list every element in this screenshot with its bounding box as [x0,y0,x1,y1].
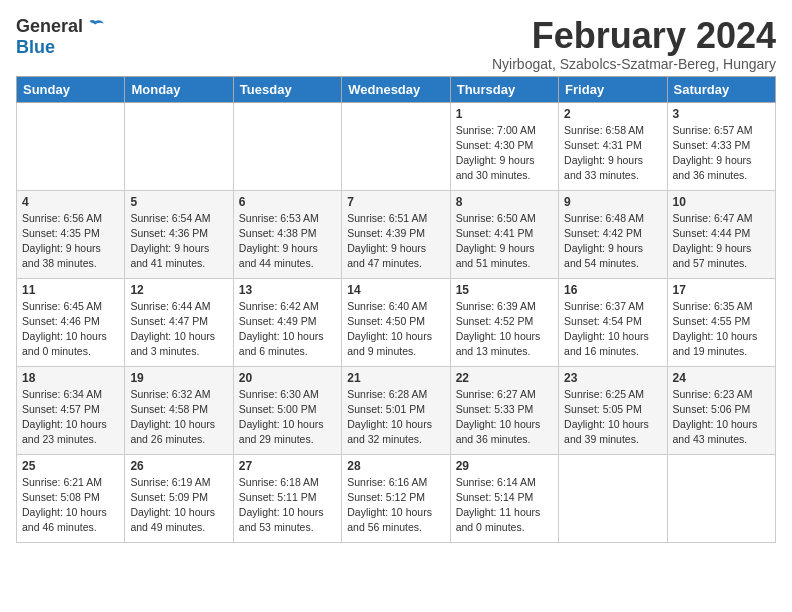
logo-bird-icon [87,17,107,37]
calendar-cell: 9Sunrise: 6:48 AMSunset: 4:42 PMDaylight… [559,190,667,278]
calendar-cell: 15Sunrise: 6:39 AMSunset: 4:52 PMDayligh… [450,278,558,366]
day-info: Sunrise: 6:40 AMSunset: 4:50 PMDaylight:… [347,299,444,360]
day-info: Sunrise: 6:28 AMSunset: 5:01 PMDaylight:… [347,387,444,448]
days-header-row: SundayMondayTuesdayWednesdayThursdayFrid… [17,76,776,102]
day-header-sunday: Sunday [17,76,125,102]
day-info: Sunrise: 6:14 AMSunset: 5:14 PMDaylight:… [456,475,553,536]
day-info: Sunrise: 6:35 AMSunset: 4:55 PMDaylight:… [673,299,770,360]
day-info: Sunrise: 6:39 AMSunset: 4:52 PMDaylight:… [456,299,553,360]
day-info: Sunrise: 6:34 AMSunset: 4:57 PMDaylight:… [22,387,119,448]
day-number: 9 [564,195,661,209]
calendar-cell: 19Sunrise: 6:32 AMSunset: 4:58 PMDayligh… [125,366,233,454]
calendar-cell: 2Sunrise: 6:58 AMSunset: 4:31 PMDaylight… [559,102,667,190]
calendar-cell: 10Sunrise: 6:47 AMSunset: 4:44 PMDayligh… [667,190,775,278]
calendar-cell: 25Sunrise: 6:21 AMSunset: 5:08 PMDayligh… [17,454,125,542]
day-number: 13 [239,283,336,297]
day-number: 22 [456,371,553,385]
day-number: 12 [130,283,227,297]
day-number: 28 [347,459,444,473]
day-info: Sunrise: 6:57 AMSunset: 4:33 PMDaylight:… [673,123,770,184]
calendar-cell: 23Sunrise: 6:25 AMSunset: 5:05 PMDayligh… [559,366,667,454]
day-number: 11 [22,283,119,297]
day-info: Sunrise: 6:56 AMSunset: 4:35 PMDaylight:… [22,211,119,272]
calendar-week-row: 11Sunrise: 6:45 AMSunset: 4:46 PMDayligh… [17,278,776,366]
day-header-wednesday: Wednesday [342,76,450,102]
day-number: 20 [239,371,336,385]
day-header-friday: Friday [559,76,667,102]
day-info: Sunrise: 6:37 AMSunset: 4:54 PMDaylight:… [564,299,661,360]
day-header-saturday: Saturday [667,76,775,102]
calendar-cell: 7Sunrise: 6:51 AMSunset: 4:39 PMDaylight… [342,190,450,278]
logo: General Blue [16,16,107,58]
day-info: Sunrise: 6:47 AMSunset: 4:44 PMDaylight:… [673,211,770,272]
calendar-table: SundayMondayTuesdayWednesdayThursdayFrid… [16,76,776,543]
logo-general-text: General [16,16,83,37]
day-number: 10 [673,195,770,209]
calendar-cell: 20Sunrise: 6:30 AMSunset: 5:00 PMDayligh… [233,366,341,454]
calendar-cell: 14Sunrise: 6:40 AMSunset: 4:50 PMDayligh… [342,278,450,366]
calendar-cell: 17Sunrise: 6:35 AMSunset: 4:55 PMDayligh… [667,278,775,366]
calendar-cell: 21Sunrise: 6:28 AMSunset: 5:01 PMDayligh… [342,366,450,454]
page-header: General Blue February 2024 Nyirbogat, Sz… [16,16,776,72]
day-number: 8 [456,195,553,209]
day-number: 29 [456,459,553,473]
calendar-cell: 28Sunrise: 6:16 AMSunset: 5:12 PMDayligh… [342,454,450,542]
day-header-thursday: Thursday [450,76,558,102]
day-number: 15 [456,283,553,297]
calendar-cell: 18Sunrise: 6:34 AMSunset: 4:57 PMDayligh… [17,366,125,454]
calendar-cell: 12Sunrise: 6:44 AMSunset: 4:47 PMDayligh… [125,278,233,366]
calendar-cell [667,454,775,542]
location-subtitle: Nyirbogat, Szabolcs-Szatmar-Bereg, Hunga… [492,56,776,72]
calendar-cell: 6Sunrise: 6:53 AMSunset: 4:38 PMDaylight… [233,190,341,278]
day-number: 27 [239,459,336,473]
day-info: Sunrise: 6:48 AMSunset: 4:42 PMDaylight:… [564,211,661,272]
calendar-cell: 3Sunrise: 6:57 AMSunset: 4:33 PMDaylight… [667,102,775,190]
day-number: 25 [22,459,119,473]
day-info: Sunrise: 6:21 AMSunset: 5:08 PMDaylight:… [22,475,119,536]
day-info: Sunrise: 6:32 AMSunset: 4:58 PMDaylight:… [130,387,227,448]
calendar-cell [125,102,233,190]
calendar-cell: 13Sunrise: 6:42 AMSunset: 4:49 PMDayligh… [233,278,341,366]
day-info: Sunrise: 6:27 AMSunset: 5:33 PMDaylight:… [456,387,553,448]
day-info: Sunrise: 6:25 AMSunset: 5:05 PMDaylight:… [564,387,661,448]
calendar-cell: 1Sunrise: 7:00 AMSunset: 4:30 PMDaylight… [450,102,558,190]
day-number: 18 [22,371,119,385]
calendar-week-row: 1Sunrise: 7:00 AMSunset: 4:30 PMDaylight… [17,102,776,190]
day-number: 7 [347,195,444,209]
day-number: 24 [673,371,770,385]
month-title: February 2024 [492,16,776,56]
day-info: Sunrise: 6:58 AMSunset: 4:31 PMDaylight:… [564,123,661,184]
calendar-week-row: 25Sunrise: 6:21 AMSunset: 5:08 PMDayligh… [17,454,776,542]
calendar-cell [342,102,450,190]
day-info: Sunrise: 6:54 AMSunset: 4:36 PMDaylight:… [130,211,227,272]
calendar-cell: 4Sunrise: 6:56 AMSunset: 4:35 PMDaylight… [17,190,125,278]
day-number: 14 [347,283,444,297]
day-number: 2 [564,107,661,121]
day-number: 19 [130,371,227,385]
day-number: 17 [673,283,770,297]
calendar-cell: 8Sunrise: 6:50 AMSunset: 4:41 PMDaylight… [450,190,558,278]
calendar-cell: 27Sunrise: 6:18 AMSunset: 5:11 PMDayligh… [233,454,341,542]
day-number: 3 [673,107,770,121]
calendar-cell: 29Sunrise: 6:14 AMSunset: 5:14 PMDayligh… [450,454,558,542]
logo-blue-text: Blue [16,37,55,58]
calendar-cell: 16Sunrise: 6:37 AMSunset: 4:54 PMDayligh… [559,278,667,366]
day-number: 26 [130,459,227,473]
calendar-cell: 5Sunrise: 6:54 AMSunset: 4:36 PMDaylight… [125,190,233,278]
day-info: Sunrise: 7:00 AMSunset: 4:30 PMDaylight:… [456,123,553,184]
calendar-cell [233,102,341,190]
day-number: 23 [564,371,661,385]
calendar-week-row: 4Sunrise: 6:56 AMSunset: 4:35 PMDaylight… [17,190,776,278]
day-info: Sunrise: 6:16 AMSunset: 5:12 PMDaylight:… [347,475,444,536]
day-header-tuesday: Tuesday [233,76,341,102]
day-number: 1 [456,107,553,121]
day-number: 6 [239,195,336,209]
day-number: 16 [564,283,661,297]
day-number: 21 [347,371,444,385]
calendar-cell: 24Sunrise: 6:23 AMSunset: 5:06 PMDayligh… [667,366,775,454]
day-number: 5 [130,195,227,209]
day-info: Sunrise: 6:19 AMSunset: 5:09 PMDaylight:… [130,475,227,536]
day-info: Sunrise: 6:53 AMSunset: 4:38 PMDaylight:… [239,211,336,272]
day-info: Sunrise: 6:45 AMSunset: 4:46 PMDaylight:… [22,299,119,360]
title-area: February 2024 Nyirbogat, Szabolcs-Szatma… [492,16,776,72]
